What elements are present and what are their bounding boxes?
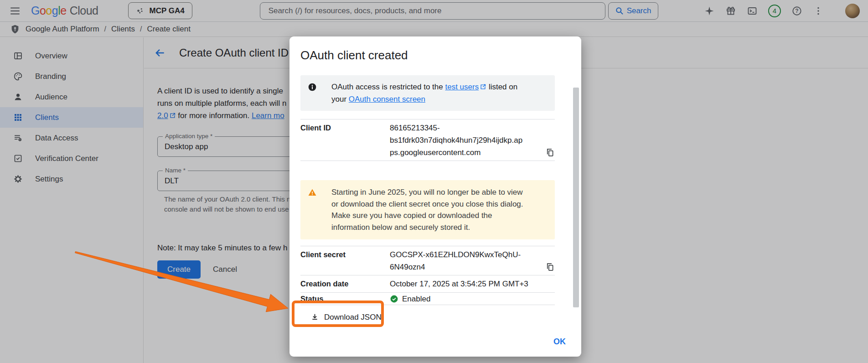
test-users-link[interactable]: test users [445,83,479,91]
client-secret-row: Client secret GOCSPX-x61EZHLDON9KwxTeQhU… [300,246,555,275]
status-label: Status [300,294,390,304]
download-json-button[interactable]: Download JSON [300,309,388,326]
info-icon [308,83,317,92]
creation-date-row: Creation date October 17, 2025 at 3:54:2… [300,275,555,292]
warning-text: Starting in June 2025, you will no longe… [331,187,523,233]
dialog-title: OAuth client created [300,48,555,62]
client-id-value: 86165213345- bs1fdrk03n7diqhok4hun7j29h4… [390,122,545,159]
download-row: Download JSON [300,305,555,329]
oauth-consent-screen-link[interactable]: OAuth consent screen [349,95,425,104]
warning-banner: Starting in June 2025, you will no longe… [300,180,555,239]
creation-date-value: October 17, 2025 at 3:54:25 PM GMT+3 [390,278,555,290]
info-banner-text: OAuth access is restricted to the test u… [331,81,517,105]
status-row: Status Enabled [300,292,555,305]
check-circle-icon [390,295,398,303]
client-id-row: Client ID 86165213345- bs1fdrk03n7diqhok… [300,119,555,161]
warning-icon [308,188,317,197]
copy-icon[interactable] [545,262,555,272]
download-icon [310,313,319,322]
copy-icon[interactable] [545,148,555,157]
status-badge: Enabled [402,295,430,304]
client-id-label: Client ID [300,122,390,159]
dialog-scrollbar[interactable] [573,88,579,307]
client-secret-label: Client secret [300,249,390,273]
external-link-icon [480,83,486,90]
creation-date-label: Creation date [300,278,390,290]
ok-button[interactable]: OK [553,337,566,347]
page: Google Cloud MCP GA4 Search [0,0,868,363]
client-secret-value: GOCSPX-x61EZHLDON9KwxTeQhU- 6N49ozn4 [390,249,545,273]
info-banner: OAuth access is restricted to the test u… [300,75,555,111]
oauth-created-dialog: OAuth client created OAuth access is res… [289,36,581,357]
